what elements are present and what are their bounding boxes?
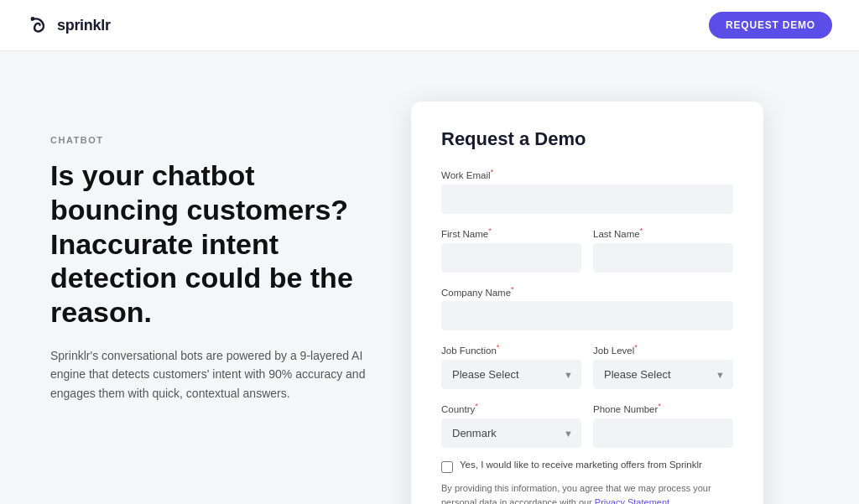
last-name-input[interactable]	[593, 243, 733, 273]
phone-group: Phone Number*	[593, 401, 733, 448]
phone-label: Phone Number*	[593, 401, 733, 414]
logo-text: sprinklr	[57, 17, 111, 34]
job-level-select[interactable]: Please Select C-Level VP Director Manage…	[593, 360, 733, 389]
header-request-demo-button[interactable]: REQUEST DEMO	[709, 12, 832, 39]
marketing-checkbox[interactable]	[441, 461, 453, 473]
company-name-group: Company Name*	[441, 284, 733, 331]
header: sprinklr REQUEST DEMO	[0, 0, 859, 51]
main-content: CHATBOT Is your chatbot bouncing custome…	[0, 51, 859, 504]
job-function-group: Job Function* Please Select Marketing Sa…	[441, 342, 581, 389]
country-group: Country* Denmark United States United Ki…	[441, 401, 581, 448]
country-label: Country*	[441, 401, 581, 414]
last-name-label: Last Name*	[593, 226, 733, 239]
logo: sprinklr	[27, 13, 111, 37]
country-select[interactable]: Denmark United States United Kingdom Ger…	[441, 418, 581, 448]
name-row: First Name* Last Name*	[441, 226, 733, 273]
job-function-select[interactable]: Please Select Marketing Sales IT Custome…	[441, 360, 581, 389]
country-select-wrapper: Denmark United States United Kingdom Ger…	[441, 418, 581, 448]
country-phone-row: Country* Denmark United States United Ki…	[441, 401, 733, 448]
hero-section: CHATBOT Is your chatbot bouncing custome…	[50, 101, 411, 403]
company-name-label: Company Name*	[441, 284, 733, 298]
job-level-label: Job Level*	[593, 342, 733, 356]
job-row: Job Function* Please Select Marketing Sa…	[441, 342, 733, 389]
category-label: CHATBOT	[50, 135, 377, 145]
work-email-row: Work Email*	[441, 167, 733, 214]
first-name-input[interactable]	[441, 243, 581, 273]
hero-heading: Is your chatbot bouncing customers? Inac…	[50, 158, 377, 330]
work-email-group: Work Email*	[441, 167, 733, 214]
job-level-group: Job Level* Please Select C-Level VP Dire…	[593, 342, 733, 389]
form-title: Request a Demo	[441, 128, 733, 150]
sprinklr-logo-icon	[27, 13, 50, 37]
job-function-select-wrapper: Please Select Marketing Sales IT Custome…	[441, 360, 581, 389]
job-level-select-wrapper: Please Select C-Level VP Director Manage…	[593, 360, 733, 389]
marketing-checkbox-row: Yes, I would like to receive marketing o…	[441, 460, 733, 473]
first-name-label: First Name*	[441, 226, 581, 239]
svg-point-0	[31, 17, 35, 21]
marketing-checkbox-label: Yes, I would like to receive marketing o…	[460, 460, 702, 470]
job-function-label: Job Function*	[441, 342, 581, 356]
work-email-label: Work Email*	[441, 167, 733, 180]
first-name-group: First Name*	[441, 226, 581, 273]
hero-subtext: Sprinklr's conversational bots are power…	[50, 346, 377, 403]
phone-input[interactable]	[593, 418, 733, 448]
privacy-text: By providing this information, you agree…	[441, 481, 733, 504]
company-name-row: Company Name*	[441, 284, 733, 331]
form-card: Request a Demo Work Email* First Name* L…	[411, 101, 763, 504]
last-name-group: Last Name*	[593, 226, 733, 273]
privacy-link[interactable]: Privacy Statement.	[595, 497, 672, 504]
company-name-input[interactable]	[441, 301, 733, 330]
work-email-input[interactable]	[441, 184, 733, 214]
